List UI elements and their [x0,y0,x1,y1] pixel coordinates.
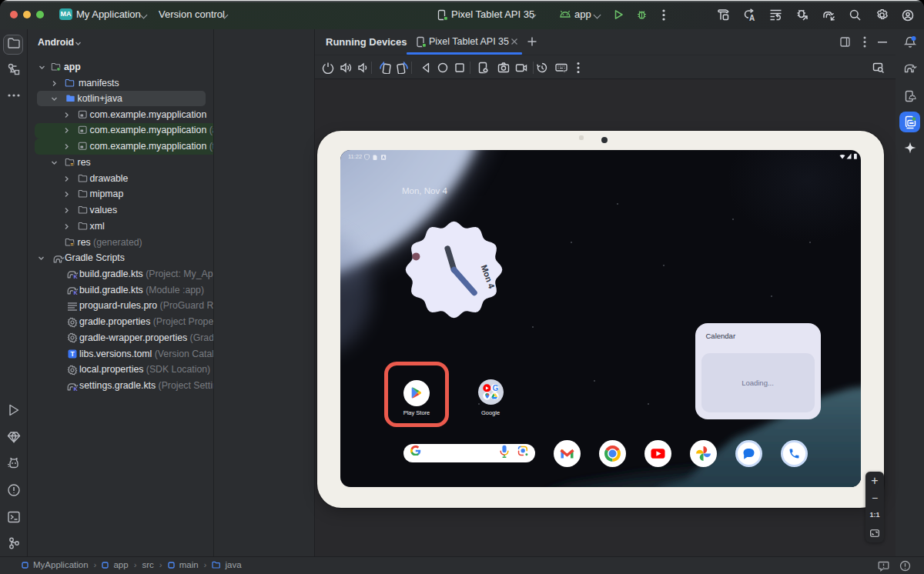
svg-text:K: K [73,275,77,280]
svg-text:T: T [70,350,75,358]
svg-text:G: G [492,384,498,392]
svg-text:K: K [73,290,77,295]
svg-text:K: K [73,386,77,392]
svg-text:A: A [749,14,755,22]
